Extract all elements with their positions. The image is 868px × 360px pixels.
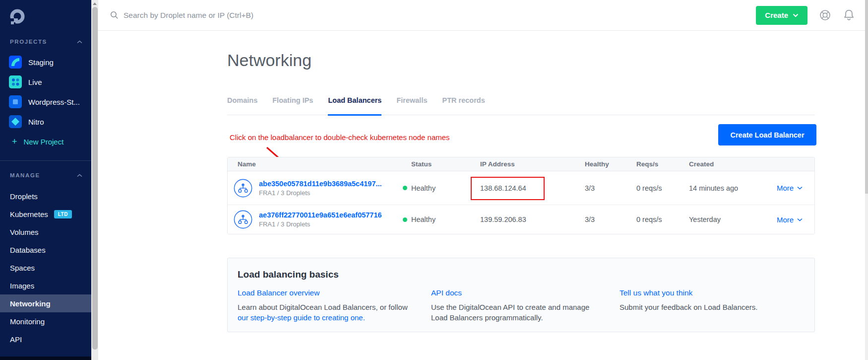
tab-load-balancers[interactable]: Load Balancers [328,96,381,116]
sidebar-item-label: Live [28,78,42,86]
load-balancer-overview-link[interactable]: Load Balancer overview [238,288,431,297]
sidebar-item-wordpress[interactable]: Wordpress-St... [0,92,91,112]
sidebar-item-droplets[interactable]: Droplets [0,187,91,205]
basics-column-overview: Load Balancer overview Learn about Digit… [238,288,431,323]
projects-section-header[interactable]: PROJECTS [0,37,91,46]
tab-firewalls[interactable]: Firewalls [396,96,427,115]
sidebar-item-kubernetes[interactable]: Kubernetes LTD [0,205,91,223]
sidebar-item-label: Wordpress-St... [28,98,80,106]
basics-column-api: API docs Use the DigitalOcean API to cre… [431,288,620,323]
sidebar-item-label: Volumes [10,228,39,236]
reqs-value: 0 reqs/s [636,184,689,192]
ip-address-value: 138.68.124.64 [480,184,585,192]
sidebar-item-label: Databases [10,246,46,254]
column-header-created: Created [689,160,777,168]
new-project-button[interactable]: + New Project [0,132,91,151]
sidebar-item-databases[interactable]: Databases [0,241,91,259]
step-by-step-guide-link[interactable]: our step-by-step guide to creating one. [238,313,365,322]
healthy-count: 3/3 [585,216,636,223]
load-balancing-basics-panel: Load balancing basics Load Balancer over… [227,258,815,332]
ltd-badge: LTD [54,210,72,218]
healthy-status-dot-icon [403,186,407,190]
search-bar[interactable] [110,11,756,20]
column-header-reqs: Reqs/s [636,160,689,168]
basics-title: Load balancing basics [238,269,805,280]
page-title: Networking [227,31,815,71]
sidebar-item-live[interactable]: Live [0,72,91,92]
content-area: Networking Domains Floating IPs Load Bal… [98,31,868,360]
sidebar-item-api[interactable]: API [0,330,91,348]
sidebar-bottom-strip [0,357,91,360]
table-row: abe350e05781d11e9b3689a5c4197... FRA1 / … [228,171,814,205]
sidebar-divider [0,160,91,161]
page-scrollbar[interactable] [865,0,868,360]
scrollbar-up-arrow-icon[interactable] [91,0,98,7]
sidebar-item-staging[interactable]: Staging [0,52,91,72]
new-project-label: New Project [24,138,64,146]
healthy-count: 3/3 [585,184,636,192]
digitalocean-logo-icon[interactable] [0,0,91,27]
sidebar-item-images[interactable]: Images [0,277,91,294]
manage-list: Droplets Kubernetes LTD Volumes Database… [0,187,91,348]
create-load-balancer-button[interactable]: Create Load Balancer [718,124,816,145]
projects-list: Staging Live Wordpress-St... Nitro + New… [0,52,91,151]
load-balancer-region: FRA1 / 3 Droplets [259,220,382,228]
manage-header-label: MANAGE [10,172,40,178]
search-icon [110,11,119,19]
healthy-status-dot-icon [403,217,407,222]
created-value: Yesterday [689,216,777,223]
sidebar-item-monitoring[interactable]: Monitoring [0,312,91,330]
sidebar-item-volumes[interactable]: Volumes [0,223,91,241]
tab-ptr-records[interactable]: PTR records [442,96,485,115]
tab-domains[interactable]: Domains [227,96,257,115]
help-lifebuoy-icon[interactable] [818,8,832,22]
sidebar-item-label: Nitro [28,118,44,126]
basics-text: Learn about DigitalOcean Load Balancers,… [238,303,408,311]
tab-floating-ips[interactable]: Floating IPs [272,96,313,115]
sidebar-scrollbar-thumb[interactable] [92,7,98,350]
more-label: More [777,184,794,192]
chevron-up-icon [77,174,82,177]
sidebar-item-label: Monitoring [10,317,45,326]
sidebar-item-spaces[interactable]: Spaces [0,259,91,277]
api-docs-link[interactable]: API docs [431,288,620,297]
more-label: More [777,216,794,224]
main-area: Create Networking Domains Floating IPs L… [98,0,868,360]
status-text: Healthy [411,216,435,223]
load-balancer-table: Name Status IP Address Healthy Reqs/s Cr… [227,157,815,234]
more-menu-button[interactable]: More [777,184,814,192]
sidebar-item-label: Staging [28,58,54,67]
sidebar-item-networking[interactable]: Networking [0,294,91,312]
sidebar-scrollbar[interactable] [91,0,98,360]
project-staging-icon [9,56,22,69]
sidebar-item-label: Images [10,282,34,290]
search-input[interactable] [124,11,756,20]
tab-bar: Domains Floating IPs Load Balancers Fire… [227,96,815,115]
basics-text: Submit your feedback on Load Balancers. [620,302,805,312]
sidebar-item-label: Networking [10,299,51,308]
annotation-note: Click on the loadbalancer to double-chec… [230,133,450,142]
load-balancer-region: FRA1 / 3 Droplets [259,189,382,197]
notifications-bell-icon[interactable] [843,8,855,22]
chevron-down-icon [793,13,799,17]
chevron-up-icon [77,40,82,44]
create-button[interactable]: Create [756,6,807,25]
page-scrollbar-thumb[interactable] [865,0,868,194]
feedback-link[interactable]: Tell us what you think [620,288,805,297]
sidebar-item-label: Kubernetes [10,210,48,218]
manage-section-header[interactable]: MANAGE [0,171,91,180]
load-balancer-name-link[interactable]: abe350e05781d11e9b3689a5c4197... [259,180,382,188]
created-value: 14 minutes ago [689,184,777,192]
create-button-label: Create [765,11,788,19]
column-header-name: Name [228,160,403,168]
networking-page: Networking Domains Floating IPs Load Bal… [227,31,815,360]
project-wordpress-icon [9,95,22,108]
status-text: Healthy [411,184,435,192]
load-balancer-name-link[interactable]: ae376ff22770011e9a651e6eaf057716 [259,211,382,219]
sidebar-item-nitro[interactable]: Nitro [0,112,91,132]
more-menu-button[interactable]: More [777,216,814,224]
project-nitro-icon [9,115,22,128]
column-header-ip: IP Address [480,160,585,168]
sidebar: PROJECTS Staging Live Wordpress-St... Ni… [0,0,91,360]
project-live-icon [9,75,22,88]
